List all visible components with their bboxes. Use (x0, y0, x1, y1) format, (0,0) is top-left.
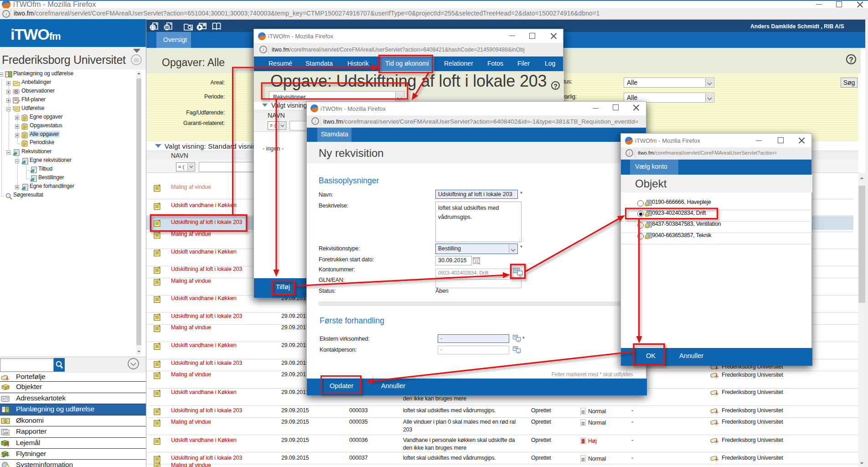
svg-text:§: § (7, 442, 9, 446)
svg-text:$: $ (5, 419, 7, 423)
svg-text:12: 12 (475, 259, 479, 264)
